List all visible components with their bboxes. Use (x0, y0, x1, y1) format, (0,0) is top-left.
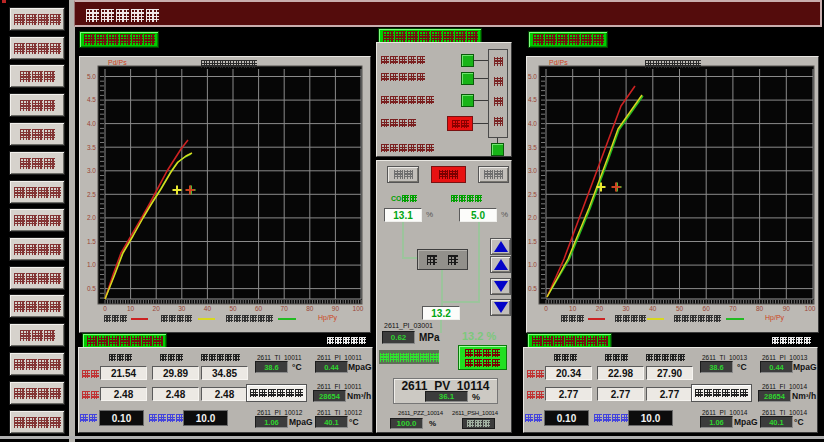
svg-text:30: 30 (178, 305, 186, 312)
svg-text:4.0: 4.0 (528, 120, 537, 127)
svg-text:4.5: 4.5 (87, 96, 96, 103)
svg-text:5.0: 5.0 (87, 73, 96, 80)
svg-text:50: 50 (676, 305, 684, 312)
svg-text:3.0: 3.0 (87, 167, 96, 174)
svg-text:30: 30 (622, 305, 630, 312)
svg-text:20: 20 (596, 305, 604, 312)
svg-text:10: 10 (127, 305, 135, 312)
svg-text:70: 70 (729, 305, 737, 312)
svg-text:1.5: 1.5 (87, 238, 96, 245)
svg-text:60: 60 (255, 305, 263, 312)
svg-text:10: 10 (569, 305, 577, 312)
svg-text:4.0: 4.0 (87, 120, 96, 127)
svg-text:2.0: 2.0 (528, 214, 537, 221)
svg-text:3.5: 3.5 (87, 144, 96, 151)
svg-text:80: 80 (306, 305, 314, 312)
svg-text:70: 70 (281, 305, 289, 312)
svg-text:2.0: 2.0 (87, 214, 96, 221)
svg-text:90: 90 (783, 305, 791, 312)
svg-text:0.5: 0.5 (528, 285, 537, 292)
svg-text:3.5: 3.5 (528, 144, 537, 151)
svg-text:1.0: 1.0 (87, 261, 96, 268)
svg-text:20: 20 (153, 305, 161, 312)
svg-text:100: 100 (805, 305, 816, 312)
svg-text:40: 40 (204, 305, 212, 312)
svg-text:100: 100 (353, 305, 364, 312)
svg-text:40: 40 (649, 305, 657, 312)
svg-text:1.5: 1.5 (528, 238, 537, 245)
svg-text:80: 80 (756, 305, 764, 312)
svg-text:Pd/Ps: Pd/Ps (549, 59, 568, 66)
svg-text:0: 0 (103, 305, 107, 312)
svg-text:5.0: 5.0 (528, 73, 537, 80)
svg-text:Pd/Ps: Pd/Ps (108, 59, 127, 66)
svg-text:2.5: 2.5 (87, 191, 96, 198)
svg-text:4.5: 4.5 (528, 96, 537, 103)
svg-text:0: 0 (544, 305, 548, 312)
svg-text:2.5: 2.5 (528, 191, 537, 198)
svg-text:90: 90 (332, 305, 340, 312)
svg-text:3.0: 3.0 (528, 167, 537, 174)
svg-text:0.5: 0.5 (87, 285, 96, 292)
svg-text:50: 50 (229, 305, 237, 312)
svg-text:1.0: 1.0 (528, 261, 537, 268)
svg-text:60: 60 (703, 305, 711, 312)
